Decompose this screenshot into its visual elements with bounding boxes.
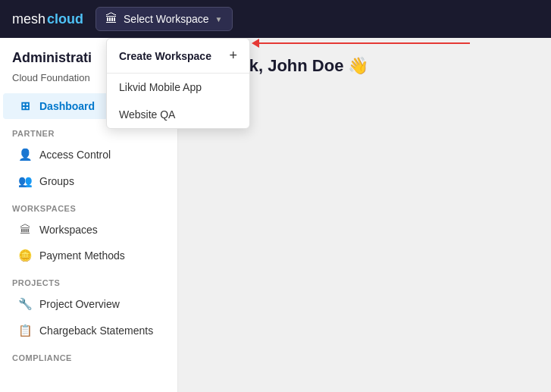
sidebar-chargeback-label: Chargeback Statements	[39, 325, 153, 337]
sidebar-item-payment-methods[interactable]: 🪙 Payment Methods	[3, 243, 174, 268]
workspace-btn-label: Select Workspace	[124, 13, 209, 25]
sidebar-section-compliance: Compliance	[0, 344, 177, 365]
sidebar-access-control-label: Access Control	[39, 149, 111, 161]
sidebar-item-workspaces[interactable]: 🏛 Workspaces	[3, 217, 174, 242]
sidebar-section-projects: Projects	[0, 269, 177, 290]
logo: meshcloud	[12, 11, 83, 27]
sidebar-dashboard-label: Dashboard	[39, 100, 95, 112]
workspace-selector-button[interactable]: 🏛 Select Workspace ▼	[95, 7, 232, 31]
logo-mesh: mesh	[12, 11, 45, 27]
workspace-dropdown: Create Workspace + Likvid Mobile App Web…	[106, 38, 250, 129]
main-layout: Administrati Cloud Foundation ⊞ Dashboar…	[0, 38, 551, 392]
sidebar-item-groups[interactable]: 👥 Groups	[3, 168, 174, 194]
chevron-down-icon: ▼	[215, 15, 223, 24]
sidebar-item-access-control[interactable]: 👤 Access Control	[3, 142, 174, 168]
arrow-annotation	[258, 42, 470, 44]
chargeback-icon: 📋	[18, 324, 32, 337]
workspace-icon: 🏛	[18, 223, 32, 236]
dashboard-icon: ⊞	[18, 99, 32, 113]
person-icon: 👤	[18, 148, 32, 162]
arrow-line	[258, 42, 470, 44]
workspace-likvid[interactable]: Likvid Mobile App	[107, 74, 249, 101]
workspace-website-qa-label: Website QA	[119, 108, 175, 121]
create-workspace-item[interactable]: Create Workspace +	[107, 39, 249, 74]
create-workspace-label: Create Workspace	[119, 50, 211, 62]
sidebar-workspaces-label: Workspaces	[39, 224, 98, 236]
workspace-website-qa[interactable]: Website QA	[107, 101, 249, 128]
sidebar-payment-label: Payment Methods	[39, 249, 125, 262]
logo-cloud: cloud	[47, 11, 83, 27]
sidebar-item-chargeback[interactable]: 📋 Chargeback Statements	[3, 318, 174, 343]
top-navigation: meshcloud 🏛 Select Workspace ▼	[0, 0, 551, 38]
building-icon: 🏛	[105, 12, 117, 26]
sidebar-section-workspaces: Workspaces	[0, 195, 177, 216]
sidebar-item-project-overview[interactable]: 🔧 Project Overview	[3, 291, 174, 317]
groups-icon: 👥	[18, 174, 32, 188]
workspace-likvid-label: Likvid Mobile App	[119, 81, 202, 93]
project-icon: 🔧	[18, 297, 32, 311]
payment-icon: 🪙	[18, 249, 32, 262]
plus-icon: +	[229, 48, 237, 64]
sidebar-groups-label: Groups	[39, 175, 74, 187]
sidebar-project-overview-label: Project Overview	[39, 298, 120, 310]
